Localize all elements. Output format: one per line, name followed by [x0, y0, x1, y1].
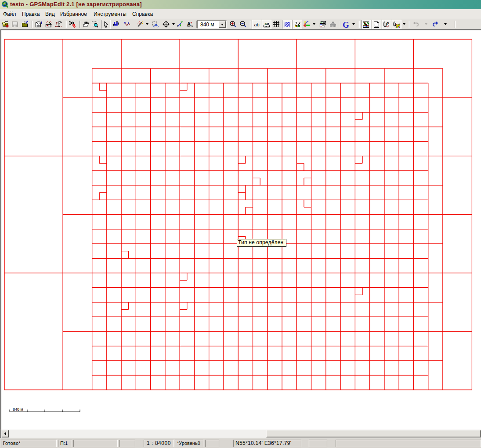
svg-text:840 м: 840 м [13, 407, 23, 412]
svg-text:G: G [343, 21, 349, 28]
svg-text:P: P [387, 22, 389, 26]
svg-text:А: А [187, 21, 191, 26]
svg-text:ab: ab [254, 22, 260, 27]
